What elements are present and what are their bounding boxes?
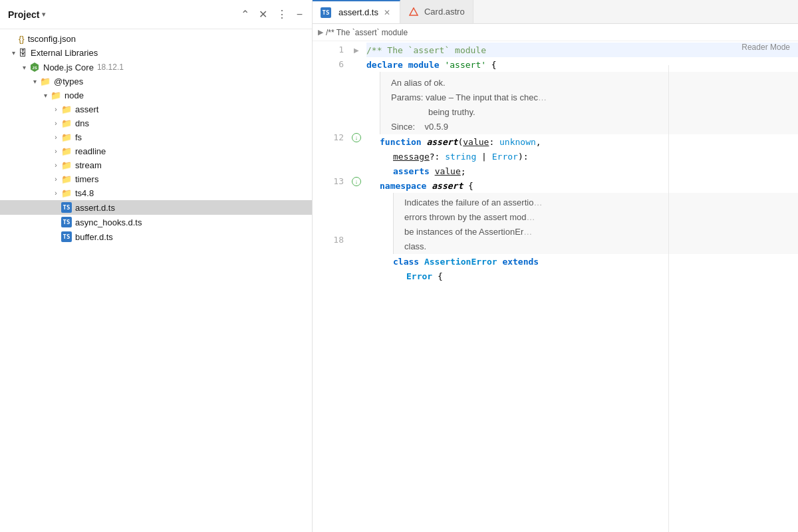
- tab-assert[interactable]: TS assert.d.ts ✕: [313, 0, 400, 23]
- sidebar-item-timers[interactable]: 📁 timers: [0, 172, 312, 186]
- sidebar-item-label: async_hooks.d.ts: [75, 217, 142, 227]
- sidebar-item-dns[interactable]: 📁 dns: [0, 116, 312, 130]
- doc-line: An alias of ok.: [391, 76, 787, 90]
- gutter-empty: [349, 203, 364, 218]
- app-container: Project ▾ ⌃ ✕ ⋮ − {} tsconfig.json 🗄 Ext: [0, 0, 798, 532]
- sidebar-item-nodejs-core[interactable]: JS Node.js Core 18.12.1: [0, 60, 312, 74]
- sidebar-item-label: assert: [75, 104, 98, 114]
- sidebar-item-types[interactable]: 📁 @types: [0, 74, 312, 88]
- sidebar-actions: ⌃ ✕ ⋮ −: [239, 7, 304, 22]
- sidebar-item-stream[interactable]: 📁 stream: [0, 158, 312, 172]
- collapse-icon: [51, 190, 61, 197]
- code-param: value: [463, 137, 489, 147]
- gutter-fold-12[interactable]: ↓: [349, 130, 364, 145]
- folder-icon: 📁: [61, 160, 72, 170]
- doc-line: Since: v0.5.9: [391, 120, 787, 134]
- sidebar-item-label: @types: [54, 76, 83, 86]
- sidebar-item-assert-folder[interactable]: 📁 assert: [0, 102, 312, 116]
- sidebar-item-readline[interactable]: 📁 readline: [0, 144, 312, 158]
- sidebar-item-external-libraries[interactable]: 🗄 External Libraries: [0, 46, 312, 60]
- breadcrumb-bar: ▶ /** The `assert` module: [313, 24, 798, 41]
- code-class-name: Error: [406, 271, 432, 281]
- code-type: unknown: [499, 137, 536, 147]
- collapse-icon: [51, 176, 61, 183]
- code-keyword: module: [408, 60, 440, 70]
- collapse-all-button[interactable]: ⌃: [239, 7, 251, 22]
- main-content: TS assert.d.ts ✕ Card.astro ▶ /** The `a…: [313, 0, 798, 532]
- astro-icon: [408, 7, 419, 17]
- code-keyword: function: [380, 137, 422, 147]
- sidebar-item-label: timers: [75, 174, 98, 184]
- sidebar-item-label: readline: [75, 146, 106, 156]
- breadcrumb-text: /** The `assert` module: [326, 28, 408, 37]
- svg-marker-2: [410, 8, 418, 15]
- code-type: string: [445, 152, 476, 162]
- line-num-blank: [313, 160, 344, 174]
- gutter-empty: [349, 218, 364, 233]
- breadcrumb-arrow: ▶: [318, 28, 323, 37]
- code-line-12b: message ?: string | Error ):: [366, 149, 798, 164]
- json-icon: {}: [19, 34, 25, 44]
- sidebar-item-fs[interactable]: 📁 fs: [0, 130, 312, 144]
- tab-bar: TS assert.d.ts ✕ Card.astro: [313, 0, 798, 24]
- reader-mode-button[interactable]: Reader Mode: [741, 43, 790, 52]
- collapse-icon: [51, 120, 61, 127]
- code-keyword: extends: [502, 257, 539, 267]
- gutter-empty: [349, 233, 364, 247]
- ts-icon: TS: [61, 217, 72, 227]
- doc-line: be instances of the AssertionEr…: [404, 225, 787, 239]
- fold-icon[interactable]: ↓: [352, 177, 361, 186]
- collapse-icon: [51, 162, 61, 169]
- folder-icon: 📁: [40, 76, 51, 86]
- tab-label: assert.d.ts: [338, 7, 378, 17]
- code-string: 'assert': [444, 60, 486, 70]
- expand-icon: [19, 64, 29, 71]
- sidebar-item-async-hooks[interactable]: TS async_hooks.d.ts: [0, 215, 312, 229]
- folder-icon: 📁: [61, 188, 72, 198]
- sidebar-item-label: dns: [75, 118, 89, 128]
- close-sidebar-button[interactable]: ✕: [257, 7, 269, 22]
- tab-card-astro[interactable]: Card.astro: [400, 0, 473, 23]
- code-line-1: /** The `assert` module: [366, 43, 798, 57]
- code-keyword: class: [393, 257, 419, 267]
- fold-arrow-icon[interactable]: ▶: [354, 47, 359, 54]
- gutter-empty: [349, 160, 364, 174]
- sidebar-item-label: Node.js Core: [43, 63, 94, 72]
- fold-icon[interactable]: ↓: [352, 133, 361, 142]
- minimize-button[interactable]: −: [295, 7, 304, 22]
- gutter-empty: [349, 72, 364, 86]
- gutter-empty: [349, 57, 364, 72]
- code-keyword: namespace: [380, 181, 426, 191]
- sidebar-item-assert-dts[interactable]: TS assert.d.ts: [0, 200, 312, 215]
- project-chevron-icon: ▾: [42, 11, 45, 18]
- sidebar-item-tsconfig[interactable]: {} tsconfig.json: [0, 32, 312, 46]
- line-num-blank: [313, 247, 344, 262]
- gutter-empty: [349, 247, 364, 262]
- gutter-empty: [349, 145, 364, 160]
- sidebar-item-ts48[interactable]: 📁 ts4.8: [0, 186, 312, 200]
- line-num: 13: [313, 174, 344, 189]
- line-numbers-column: 1 6 12 13 18: [313, 41, 349, 532]
- sidebar-item-buffer[interactable]: TS buffer.d.ts: [0, 229, 312, 244]
- folder-icon: 📁: [61, 132, 72, 142]
- tab-close-button[interactable]: ✕: [382, 7, 392, 18]
- line-num-blank: [313, 203, 344, 218]
- code-param: value: [435, 166, 461, 176]
- code-class-name: AssertionError: [424, 257, 497, 267]
- line-num-blank: [313, 116, 344, 130]
- line-num: 18: [313, 233, 344, 247]
- more-options-button[interactable]: ⋮: [275, 7, 289, 22]
- code-function-name: assert: [426, 137, 458, 147]
- doc-link: ok: [434, 78, 443, 88]
- expand-icon: [40, 92, 51, 99]
- doc-line: being truthy.: [391, 105, 787, 120]
- sidebar-content: {} tsconfig.json 🗄 External Libraries JS: [0, 29, 312, 532]
- folder-icon: 📁: [61, 146, 72, 156]
- sidebar-item-node[interactable]: 📁 node: [0, 88, 312, 102]
- gutter-arrow-1[interactable]: ▶: [349, 43, 364, 57]
- ts-icon: TS: [61, 231, 72, 242]
- doc-block-1: An alias of ok. Params: value – The inpu…: [380, 72, 798, 134]
- line-num: 1: [313, 43, 344, 57]
- code-param: message: [393, 152, 430, 162]
- gutter-fold-13[interactable]: ↓: [349, 174, 364, 189]
